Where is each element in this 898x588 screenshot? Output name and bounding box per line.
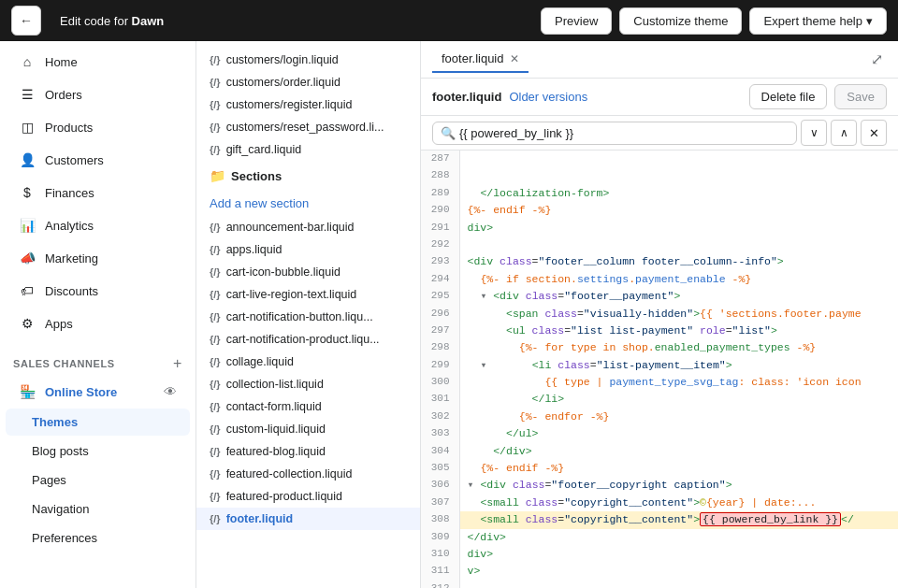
- code-line: 304 </div>: [421, 443, 898, 460]
- code-line: 311 v>: [421, 563, 898, 580]
- add-section-link[interactable]: Add a new section: [196, 191, 420, 216]
- file-item[interactable]: {/} customers/register.liquid: [196, 93, 420, 116]
- folder-icon: 📁: [210, 168, 225, 183]
- liquid-file-icon: {/}: [210, 356, 221, 367]
- sidebar-item-pages[interactable]: Pages: [6, 466, 190, 494]
- preview-button[interactable]: Preview: [541, 7, 612, 35]
- liquid-file-icon: {/}: [210, 99, 221, 110]
- liquid-file-icon: {/}: [210, 401, 221, 412]
- file-item[interactable]: {/} apps.liquid: [196, 238, 420, 261]
- delete-file-button[interactable]: Delete file: [749, 84, 828, 109]
- search-icon: 🔍: [441, 126, 456, 140]
- discounts-icon: 🏷: [19, 282, 36, 299]
- file-item[interactable]: {/} customers/reset_password.li...: [196, 116, 420, 138]
- code-line: 297 <ul class="list list-payment" role="…: [421, 323, 898, 339]
- code-line: 306 ▾ <div class="footer__copyright capt…: [421, 477, 898, 494]
- sales-channels-label: SALES CHANNELS +: [0, 344, 196, 376]
- code-line: 309 </div>: [421, 529, 898, 546]
- file-item[interactable]: {/} featured-product.liquid: [196, 485, 420, 508]
- expert-theme-button[interactable]: Expert theme help ▾: [749, 7, 887, 35]
- customize-theme-button[interactable]: Customize theme: [619, 7, 742, 35]
- sidebar-item-analytics[interactable]: 📊 Analytics: [6, 209, 190, 241]
- code-editor-area: footer.liquid ✕ ⤢ footer.liquid Older ve…: [421, 41, 898, 588]
- sidebar-item-customers[interactable]: 👤 Customers: [6, 144, 190, 176]
- code-line: 300 {{ type | payment_type_svg_tag: clas…: [421, 374, 898, 391]
- sidebar-item-home[interactable]: ⌂ Home: [6, 46, 190, 78]
- customers-icon: 👤: [19, 151, 36, 168]
- file-item[interactable]: {/} collage.liquid: [196, 351, 420, 373]
- liquid-file-icon: {/}: [210, 513, 221, 524]
- file-item[interactable]: {/} announcement-bar.liquid: [196, 216, 420, 238]
- code-line: 298 {%- for type in shop.enabled_payment…: [421, 339, 898, 356]
- liquid-file-icon: {/}: [210, 311, 221, 323]
- expand-editor-button[interactable]: ⤢: [867, 47, 887, 72]
- file-item[interactable]: {/} featured-collection.liquid: [196, 463, 420, 485]
- file-item[interactable]: {/} featured-blog.liquid: [196, 440, 420, 463]
- sidebar-item-apps[interactable]: ⚙ Apps: [6, 308, 190, 339]
- code-line: 310 div>: [421, 546, 898, 563]
- code-line: 289 </localization-form>: [421, 185, 898, 202]
- sidebar-item-marketing[interactable]: 📣 Marketing: [6, 242, 190, 274]
- code-line: 301 </li>: [421, 391, 898, 408]
- code-line: 303 </ul>: [421, 425, 898, 442]
- analytics-icon: 📊: [19, 217, 36, 234]
- search-up-button[interactable]: ∧: [831, 120, 857, 146]
- sidebar-item-navigation[interactable]: Navigation: [6, 495, 190, 523]
- code-line: 305 {%- endif -%}: [421, 460, 898, 477]
- marketing-icon: 📣: [19, 250, 36, 266]
- sidebar-item-themes[interactable]: Themes: [6, 409, 190, 436]
- code-line: 299 ▾ <li class="list-payment__item">: [421, 357, 898, 374]
- file-item[interactable]: {/} cart-notification-button.liqu...: [196, 306, 420, 328]
- code-editor[interactable]: 287 288 289 </localization-form> 290 {%-…: [421, 151, 898, 588]
- code-line: 290 {%- endif -%}: [421, 202, 898, 219]
- file-item[interactable]: {/} footer.liquid: [196, 508, 420, 530]
- sidebar-item-products[interactable]: ◫ Products: [6, 111, 190, 143]
- tab-footer-liquid[interactable]: footer.liquid ✕: [432, 46, 529, 73]
- sidebar-item-finances[interactable]: $ Finances: [6, 177, 190, 208]
- back-icon: ←: [20, 13, 33, 28]
- file-item[interactable]: {/} collection-list.liquid: [196, 373, 420, 395]
- file-item[interactable]: {/} contact-form.liquid: [196, 395, 420, 418]
- sidebar-item-preferences[interactable]: Preferences: [6, 524, 190, 552]
- liquid-file-icon: {/}: [210, 446, 221, 457]
- code-line: 294 {%- if section.settings.payment_enab…: [421, 271, 898, 288]
- code-line: 312: [421, 581, 898, 588]
- code-line: 287: [421, 151, 898, 167]
- file-item[interactable]: {/} cart-icon-bubble.liquid: [196, 261, 420, 283]
- file-item[interactable]: {/} cart-live-region-text.liquid: [196, 283, 420, 306]
- sidebar: ⌂ Home ☰ Orders ◫ Products 👤 Customers $…: [0, 41, 196, 588]
- file-item[interactable]: {/} cart-notification-product.liqu...: [196, 328, 420, 351]
- sidebar-item-orders[interactable]: ☰ Orders: [6, 79, 190, 110]
- search-down-button[interactable]: ∨: [801, 120, 827, 146]
- home-icon: ⌂: [19, 53, 36, 70]
- liquid-file-icon: {/}: [210, 244, 221, 255]
- liquid-file-icon: {/}: [210, 266, 221, 278]
- liquid-file-icon: {/}: [210, 423, 221, 435]
- search-input[interactable]: [459, 126, 789, 140]
- tab-bar: footer.liquid ✕ ⤢: [421, 41, 898, 79]
- editor-title: Edit code for Dawn: [49, 14, 533, 28]
- save-button[interactable]: Save: [834, 84, 887, 109]
- search-close-button[interactable]: ✕: [861, 120, 887, 146]
- code-line: 307 <small class="copyright__content">©{…: [421, 495, 898, 511]
- back-button[interactable]: ←: [11, 6, 41, 36]
- file-item[interactable]: {/} customers/order.liquid: [196, 71, 420, 93]
- chevron-down-icon: ▾: [866, 14, 873, 28]
- code-line: 293 <div class="footer__column footer__c…: [421, 253, 898, 270]
- file-item[interactable]: {/} custom-liquid.liquid: [196, 418, 420, 440]
- file-item[interactable]: {/} gift_card.liquid: [196, 138, 420, 161]
- file-title: footer.liquid: [432, 90, 501, 104]
- liquid-file-icon: {/}: [210, 122, 221, 133]
- code-line: 295 ▾ <div class="footer__payment">: [421, 288, 898, 305]
- sidebar-item-blog-posts[interactable]: Blog posts: [6, 437, 190, 465]
- code-line: 291 div>: [421, 220, 898, 237]
- add-sales-channel-button[interactable]: +: [173, 355, 182, 372]
- sidebar-item-discounts[interactable]: 🏷 Discounts: [6, 275, 190, 307]
- code-line: 288: [421, 167, 898, 184]
- liquid-file-icon: {/}: [210, 379, 221, 390]
- sidebar-item-online-store[interactable]: 🏪 Online Store 👁: [6, 377, 190, 407]
- tab-close-button[interactable]: ✕: [510, 53, 519, 65]
- older-versions-link[interactable]: Older versions: [509, 90, 587, 104]
- file-item[interactable]: {/} customers/login.liquid: [196, 49, 420, 71]
- code-line-highlighted: 308 <small class="copyright__content">{{…: [421, 511, 898, 528]
